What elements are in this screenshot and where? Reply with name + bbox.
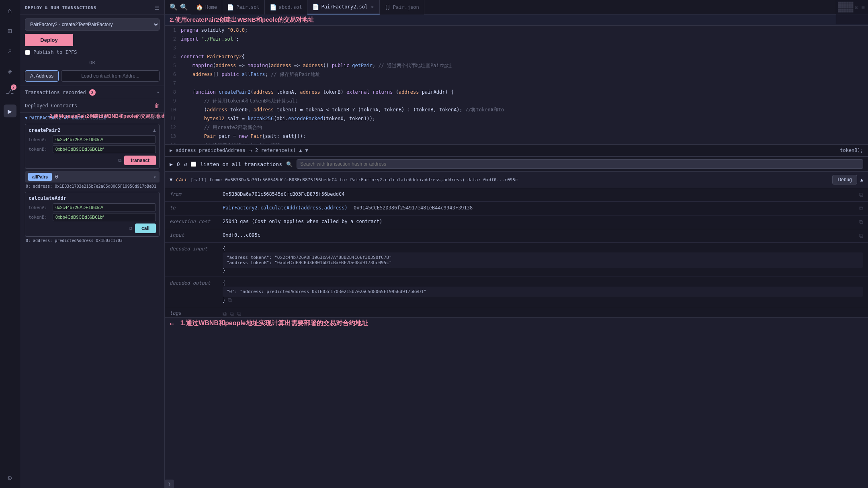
tx-logs-copy2-icon[interactable]: ⧉ [230,310,234,317]
createpair2-copy-icon[interactable]: ⧉ [118,158,122,163]
plugin-icon[interactable]: ◈ [4,64,16,77]
trash-icon[interactable]: 🗑 [154,103,160,109]
code-line-9: 9 // 计算用tokenA和tokenB地址计算salt [165,96,868,105]
search-icon[interactable]: ⌕ [4,44,16,57]
addr-bar-down-icon[interactable]: ▼ [305,148,308,153]
contract-name-label: PAIRFACTORY2 AT 0XD91...39138 [29,115,106,121]
deployed-section-left: Deployed Contracts [25,103,77,109]
createpair2-tokenA-input[interactable] [53,135,156,144]
createpair2-chevron[interactable]: ▲ [153,127,156,133]
zoom-out-icon[interactable]: 🔍 [170,3,178,11]
calculateaddr-copy-icon[interactable]: ⧉ [129,226,133,231]
tx-from-row: from 0x5B38Da6a701c568545dCfcB03FcB875f5… [165,188,868,202]
addr-bar-expand-icon[interactable]: ▶ [170,148,172,153]
home-tab-icon: 🏠 [196,4,203,10]
allpairs-block: allPairs 0 ▾ [25,171,160,182]
createpair-annotation-bar: 2.使用createPair2创建出WBNB和peole的交易对地址 [170,16,314,23]
calculateaddr-action-row: ⧉ call [29,223,156,233]
deploy-icon[interactable]: ▶ [4,105,16,117]
debug-button[interactable]: Debug [832,175,857,185]
tab-pair-sol[interactable]: 📄 Pair.sol [222,0,265,14]
tx-from-value: 0x5B38Da6a701c568545dCfcB03FcB875f56bedd… [223,191,854,197]
createpair2-header: createPair2 ▲ [29,127,156,133]
deploy-panel: DEPLOY & RUN TRANSACTIONS ☰ PairFactory2… [20,0,165,488]
calculateaddr-tokenB-label: tokenB: [29,215,53,220]
tx-search-icon[interactable]: 🔍 [286,161,293,167]
tx-rotate-icon[interactable]: ↺ [184,161,187,167]
git-icon[interactable]: ⎇ 2 [4,84,16,97]
tx-expand-icon[interactable]: ▶ [170,161,173,167]
calculateaddr-tokenB-input[interactable] [53,213,156,221]
calculateaddr-header: calculateAddr [29,195,156,201]
deployed-section-header[interactable]: Deployed Contracts 🗑 [20,99,164,112]
deploy-panel-title: DEPLOY & RUN TRANSACTIONS [25,5,96,10]
calc-arrow-icon: ← [170,319,174,328]
minimap-content: ████████████████ ████████████████ ██████… [836,0,868,14]
transactions-section-header[interactable]: Transactions recorded 2 ▾ [20,86,164,99]
tx-to-copy-icon[interactable]: ⧉ [859,205,863,212]
tx-execcost-label: execution cost [170,219,218,224]
icon-rail: ⌂ ⊞ ⌕ ◈ ⎇ 2 ▶ ⚙ [0,0,20,488]
code-line-1: 1 pragma solidity ^0.8.0; [165,26,868,35]
createpair2-tokenB-label: tokenB: [29,147,53,152]
tab-abcd-sol[interactable]: 📄 abcd.sol [265,0,307,14]
tx-logs-label: logs [170,310,218,316]
allpairs-expand-icon[interactable]: ▾ [153,174,156,180]
tab-pairfactory2-sol[interactable]: 📄 PairFactory2.sol ✕ [307,0,380,14]
settings-icon[interactable]: ⚙ [4,471,16,484]
close-contract-icon[interactable]: ✕ [157,115,160,121]
code-line-11: 11 bytes32 salt = keccak256(abi.encodePa… [165,114,868,123]
tab-pair-json[interactable]: {} Pair.json [380,0,424,14]
load-contract-button[interactable]: Load contract from Addre... [61,70,160,82]
addr-bar: ▶ address predictedAddress → 2 reference… [165,144,868,156]
call-button[interactable]: call [135,223,156,233]
tx-logs-copy1-icon[interactable]: ⧉ [223,310,227,317]
tx-input-value: 0xdf0...c095c [223,232,854,238]
tab-bar: 🔍 🔍 🏠 Home 📄 Pair.sol 📄 abcd.sol 📄 PairF… [165,0,868,14]
tx-execcost-value: 25043 gas (Cost only applies when called… [223,219,854,224]
contract-item-header: ▼ PAIRFACTORY2 AT 0XD91...39138 ⧉ ✕ [25,115,160,121]
tx-panel-expand-button[interactable]: ❯ [165,480,174,488]
copy-contract-icon[interactable]: ⧉ [151,115,154,121]
createpair2-tokenB-input[interactable] [53,145,156,153]
tx-panel: ▶ 0 ↺ listen on all transactions 🔍 ▼ CAL… [165,156,868,317]
pairfactory2-close-icon[interactable]: ✕ [370,3,375,10]
publish-checkbox[interactable] [25,50,30,55]
addr-bar-forward-icon[interactable]: → [249,147,252,154]
calculate-annotation: 1.通过WBNB和people地址实现计算出需要部署的交易对合约地址 [180,319,368,328]
allpairs-button[interactable]: allPairs [28,173,52,181]
calculateaddr-block: calculateAddr tokenA: tokenB: ⧉ call [25,192,160,237]
home-icon[interactable]: ⌂ [4,4,16,17]
tx-collapse-icon[interactable]: ▲ [860,177,863,182]
tx-logs-copy3-icon[interactable]: ⧉ [237,310,241,317]
tx-execcost-copy-icon[interactable]: ⧉ [859,219,863,226]
at-address-button[interactable]: At Address [25,70,59,82]
zoom-in-icon[interactable]: 🔍 [180,3,188,11]
addr-bar-up-icon[interactable]: ▲ [299,148,302,153]
pair-json-icon: {} [385,4,390,10]
file-selector[interactable]: PairFactory2 - create2Test/PairFactory [25,18,160,31]
transact-button[interactable]: transact [124,156,156,165]
allpairs-value: 0 [55,174,150,180]
tx-decoded-input-value: { "address tokenA": "0x2c44b726ADF1963cA… [223,246,863,273]
tx-expand2-icon[interactable]: ▼ [170,177,172,182]
tab-home[interactable]: 🏠 Home [191,0,222,14]
contract-expand-icon[interactable]: ▼ [25,115,28,121]
abcd-sol-icon: 📄 [270,4,276,10]
files-icon[interactable]: ⊞ [4,24,16,37]
tab-abcd-sol-label: abcd.sol [279,4,302,10]
listen-checkbox[interactable] [191,162,196,167]
tab-pairfactory2-label: PairFactory2.sol [321,4,368,10]
publish-label: Publish to IPFS [33,49,77,55]
zoom-icons: 🔍 🔍 [166,3,191,11]
deploy-panel-header: DEPLOY & RUN TRANSACTIONS ☰ [20,0,164,14]
tx-from-copy-icon[interactable]: ⧉ [859,191,863,198]
tx-input-copy-icon[interactable]: ⧉ [859,232,863,239]
deploy-button[interactable]: Deploy [25,34,73,46]
menu-icon[interactable]: ☰ [155,5,160,11]
tx-output-copy-icon[interactable]: ⧉ [228,297,232,303]
pair-sol-icon: 📄 [227,4,234,10]
createpair2-block: 2.使用createPair2创建出WBNB和peole的交易对地址 creat… [25,124,160,169]
calculateaddr-tokenA-input[interactable] [53,203,156,211]
tx-search-input[interactable] [297,159,863,169]
